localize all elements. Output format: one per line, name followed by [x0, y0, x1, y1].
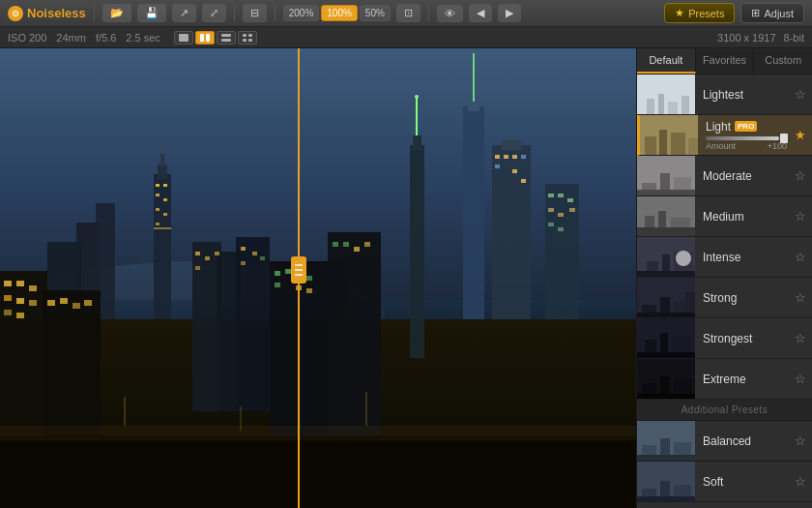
- preset-label-area-medium: Medium: [695, 210, 795, 224]
- svg-rect-154: [637, 496, 695, 502]
- preset-item-balanced[interactable]: Balanced ☆: [637, 421, 812, 462]
- amount-bar-light[interactable]: [706, 136, 787, 140]
- zoom-200-button[interactable]: 200%: [283, 5, 320, 21]
- svg-rect-30: [548, 208, 554, 212]
- bit-depth-value: 8-bit: [784, 32, 804, 44]
- preset-star-strong[interactable]: ☆: [795, 290, 812, 305]
- sep2: [234, 6, 235, 21]
- nav-prev-button[interactable]: ◀: [469, 4, 492, 22]
- nav-next-button[interactable]: ▶: [498, 4, 521, 22]
- pro-badge-light: PRO: [735, 121, 757, 132]
- svg-rect-85: [195, 252, 200, 255]
- compare-grid-button[interactable]: [238, 31, 257, 45]
- main-area: Default Favorites Custom Lightest: [0, 48, 812, 508]
- svg-rect-107: [682, 96, 689, 115]
- compare-button[interactable]: ⊟: [243, 4, 267, 22]
- svg-rect-77: [364, 242, 370, 247]
- svg-rect-17: [492, 145, 531, 339]
- tab-favorites[interactable]: Favorites: [696, 48, 755, 74]
- svg-rect-38: [161, 140, 163, 155]
- svg-rect-94: [0, 426, 636, 440]
- svg-rect-106: [668, 102, 678, 115]
- svg-rect-78: [410, 145, 424, 358]
- compare-single-button[interactable]: [174, 31, 193, 45]
- preset-star-lightest[interactable]: ☆: [795, 87, 812, 102]
- preset-thumbnail-strong: [637, 278, 695, 318]
- share-button[interactable]: ↗: [172, 4, 196, 22]
- svg-rect-7: [243, 39, 246, 42]
- svg-rect-111: [671, 133, 685, 156]
- preset-item-lightest[interactable]: Lightest ☆: [637, 75, 812, 115]
- preset-item-medium[interactable]: Medium ☆: [637, 196, 812, 237]
- fullscreen-button[interactable]: ⤢: [202, 4, 226, 22]
- svg-rect-8: [248, 39, 252, 42]
- svg-rect-28: [558, 194, 564, 197]
- svg-rect-92: [260, 256, 265, 260]
- tab-default[interactable]: Default: [637, 48, 696, 74]
- preset-star-moderate[interactable]: ☆: [795, 168, 812, 183]
- svg-rect-93: [0, 435, 636, 508]
- svg-rect-109: [645, 136, 656, 156]
- zoom-50-button[interactable]: 50%: [360, 5, 391, 21]
- svg-rect-91: [241, 261, 246, 265]
- preset-item-soft[interactable]: Soft ☆: [637, 462, 812, 502]
- svg-rect-88: [195, 266, 200, 270]
- tab-custom[interactable]: Custom: [754, 48, 812, 74]
- preset-name-moderate: Moderate: [703, 169, 787, 183]
- preset-thumbnail-intense: [637, 237, 695, 278]
- zoom-100-button[interactable]: 100%: [321, 5, 358, 21]
- amount-label-light: Amount +100: [706, 141, 787, 151]
- svg-rect-41: [156, 194, 160, 196]
- preset-label-area-moderate: Moderate: [695, 169, 795, 183]
- svg-rect-64: [84, 300, 92, 306]
- preset-star-balanced[interactable]: ☆: [795, 433, 812, 448]
- svg-rect-14: [463, 106, 484, 319]
- preset-item-strongest[interactable]: Strongest ☆: [637, 318, 812, 359]
- preset-name-light: Light PRO: [706, 120, 787, 134]
- preset-item-extreme[interactable]: Extreme ☆: [637, 359, 812, 400]
- eye-button[interactable]: 👁: [437, 5, 463, 22]
- preset-star-soft[interactable]: ☆: [795, 474, 812, 489]
- svg-rect-20: [504, 155, 508, 159]
- save-button[interactable]: 💾: [137, 4, 166, 22]
- svg-rect-3: [221, 34, 231, 37]
- preset-star-light[interactable]: ★: [795, 128, 812, 142]
- preset-label-area-strong: Strong: [695, 291, 795, 305]
- preset-item-light[interactable]: Light PRO Amount +100 ★: [637, 115, 812, 156]
- svg-rect-58: [29, 300, 37, 306]
- adjust-button[interactable]: ⊞ Adjust: [740, 3, 804, 23]
- presets-list: Lightest ☆ Light PRO: [637, 75, 812, 508]
- open-file-button[interactable]: 📂: [102, 4, 131, 22]
- preset-item-strong[interactable]: Strong ☆: [637, 278, 812, 318]
- svg-rect-22: [521, 155, 526, 159]
- svg-rect-35: [154, 174, 171, 344]
- compare-split-button[interactable]: [195, 31, 215, 45]
- presets-button[interactable]: ★ Presets: [664, 3, 735, 23]
- svg-point-127: [676, 251, 691, 266]
- svg-rect-75: [343, 242, 349, 247]
- preset-star-medium[interactable]: ☆: [795, 209, 812, 224]
- presets-star-icon: ★: [675, 7, 684, 19]
- preset-name-soft: Soft: [703, 475, 787, 489]
- preset-thumbnail-lightest: [637, 75, 695, 115]
- svg-rect-46: [154, 227, 171, 229]
- compare-side-button[interactable]: [217, 31, 236, 45]
- preset-thumbnail-extreme: [637, 359, 695, 400]
- svg-rect-79: [413, 135, 421, 150]
- svg-rect-24: [512, 169, 517, 173]
- svg-rect-110: [659, 130, 667, 156]
- image-area[interactable]: [0, 48, 636, 508]
- preset-star-strongest[interactable]: ☆: [795, 331, 812, 345]
- svg-rect-53: [4, 281, 12, 286]
- amount-handle-light: [780, 134, 788, 143]
- zoom-fit-button[interactable]: ⊡: [396, 4, 420, 22]
- iso-value: ISO 200: [8, 32, 46, 44]
- preset-star-extreme[interactable]: ☆: [795, 372, 812, 386]
- preset-item-moderate[interactable]: Moderate ☆: [637, 156, 812, 196]
- svg-rect-43: [156, 208, 160, 211]
- preset-item-intense[interactable]: Intense ☆: [637, 237, 812, 278]
- preset-star-intense[interactable]: ☆: [795, 250, 812, 264]
- svg-point-81: [415, 95, 419, 99]
- app-name: Noiseless: [27, 6, 86, 20]
- sep1: [94, 6, 95, 21]
